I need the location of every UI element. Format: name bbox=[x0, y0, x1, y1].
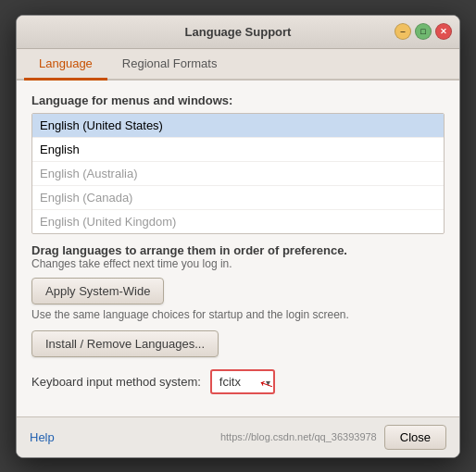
language-item-english-ca[interactable]: English (Canada) bbox=[32, 186, 444, 210]
drag-notice-sub: Changes take effect next time you log in… bbox=[31, 257, 445, 270]
tab-regional-formats[interactable]: Regional Formats bbox=[107, 49, 232, 81]
main-content: Language for menus and windows: English … bbox=[17, 81, 459, 416]
minimize-button[interactable]: – bbox=[395, 23, 411, 40]
tab-language[interactable]: Language bbox=[24, 49, 107, 81]
language-item-english[interactable]: English bbox=[32, 138, 444, 162]
close-button[interactable]: Close bbox=[384, 425, 446, 450]
footer: Help https://blog.csdn.net/qq_36393978 C… bbox=[17, 416, 459, 457]
footer-right: https://blog.csdn.net/qq_36393978 Close bbox=[220, 425, 446, 450]
close-window-button[interactable]: ✕ bbox=[435, 23, 452, 40]
keyboard-input-label: Keyboard input method system: bbox=[31, 375, 201, 389]
titlebar: Language Support – □ ✕ bbox=[17, 16, 459, 49]
apply-system-wide-desc: Use the same language choices for startu… bbox=[31, 308, 445, 321]
footer-url: https://blog.csdn.net/qq_36393978 bbox=[220, 431, 377, 442]
window-title: Language Support bbox=[185, 25, 292, 39]
drag-notice-bold: Drag languages to arrange them in order … bbox=[31, 243, 445, 257]
apply-system-wide-section: Apply System-Wide Use the same language … bbox=[31, 278, 445, 321]
help-link[interactable]: Help bbox=[30, 430, 55, 444]
drag-notice: Drag languages to arrange them in order … bbox=[31, 243, 445, 270]
apply-system-wide-button[interactable]: Apply System-Wide bbox=[31, 278, 164, 304]
install-remove-languages-button[interactable]: Install / Remove Languages... bbox=[31, 330, 219, 357]
language-item-english-au[interactable]: English (Australia) bbox=[32, 162, 444, 186]
maximize-button[interactable]: □ bbox=[415, 23, 432, 40]
install-languages-section: Install / Remove Languages... bbox=[31, 330, 445, 357]
tab-bar: Language Regional Formats bbox=[17, 49, 459, 81]
language-list: English (United States) English English … bbox=[31, 113, 445, 234]
language-section-label: Language for menus and windows: bbox=[31, 93, 445, 107]
language-item-english-us[interactable]: English (United States) bbox=[32, 114, 444, 138]
keyboard-section: Keyboard input method system: fcitx ▾ ← bbox=[31, 368, 445, 396]
language-support-window: Language Support – □ ✕ Language Regional… bbox=[16, 15, 460, 458]
language-item-english-uk[interactable]: English (United Kingdom) bbox=[32, 210, 444, 233]
window-controls: – □ ✕ bbox=[395, 23, 452, 40]
